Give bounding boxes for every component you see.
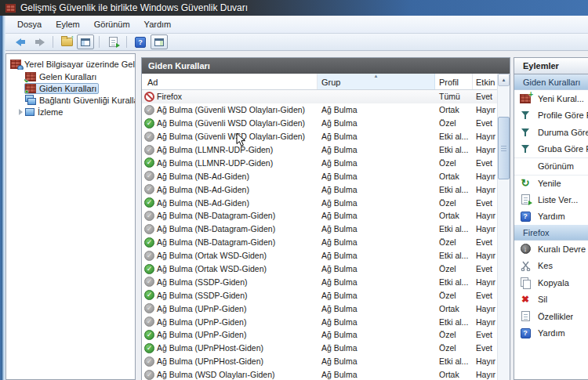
disabled-rule-icon: ✓ <box>144 184 154 194</box>
action-item[interactable]: Liste Ver... <box>514 191 588 208</box>
show-console-tree-button[interactable] <box>77 34 94 49</box>
action-item[interactable]: ✖ Sil <box>514 291 588 309</box>
export-list-button[interactable] <box>104 34 122 49</box>
enabled-rule-icon: ✓ <box>144 197 154 208</box>
filter-icon <box>521 144 529 154</box>
rule-row[interactable]: ✓Ağ Bulma (WSD Olayları-Giden) Ağ Bulma … <box>142 368 497 380</box>
rule-row[interactable]: ✓Ağ Bulma (NB-Ad-Giden) Ağ Bulma Özel Ev… <box>142 196 497 209</box>
rule-row[interactable]: ✓Ağ Bulma (Güvenli WSD Olayları-Giden) A… <box>142 103 497 117</box>
rule-row[interactable]: ✓Ağ Bulma (LLMNR-UDP-Giden) Ağ Bulma Etk… <box>142 143 497 157</box>
forward-button[interactable] <box>31 34 48 49</box>
rule-enabled: Hayır <box>473 277 497 287</box>
rule-row[interactable]: ✓Ağ Bulma (LLMNR-UDP-Giden) Ağ Bulma Öze… <box>142 156 497 169</box>
action-item[interactable]: Kes <box>514 258 588 275</box>
rule-row[interactable]: ✓Ağ Bulma (UPnP-Giden) Ağ Bulma Özel Eve… <box>142 328 497 342</box>
rule-row[interactable]: ✓Ağ Bulma (NB-Ad-Giden) Ağ Bulma Etki al… <box>142 183 497 196</box>
menu-item-0[interactable]: Dosya <box>10 17 49 31</box>
tree-item-2[interactable]: Bağlantı Güvenliği Kuralları <box>6 94 135 106</box>
tree-item-1[interactable]: ↗Giden Kuralları <box>6 82 135 94</box>
rule-row[interactable]: ✓Ağ Bulma (NB-Datagram-Giden) Ağ Bulma O… <box>142 209 497 223</box>
tree-item-0[interactable]: ↘Gelen Kuralları <box>6 71 135 82</box>
action-item[interactable]: ↻ Yenile <box>514 175 588 192</box>
rule-name: Ağ Bulma (Güvenli WSD Olayları-Giden) <box>157 105 305 114</box>
rule-row[interactable]: ✓Ağ Bulma (Ortak WSD-Giden) Ağ Bulma Etk… <box>142 249 497 262</box>
column-header-profile[interactable]: Profil <box>435 74 473 89</box>
rule-group: Ağ Bulma <box>318 277 435 287</box>
rule-row[interactable]: ✓Ağ Bulma (NB-Ad-Giden) Ağ Bulma Ortak H… <box>142 169 497 183</box>
rule-row[interactable]: ✓Ağ Bulma (UPnP-Giden) Ağ Bulma Ortak Ha… <box>142 302 497 315</box>
up-folder-button[interactable]: ↑ <box>58 34 75 49</box>
show-action-pane-button[interactable] <box>151 34 168 49</box>
rule-row[interactable]: ✓Ağ Bulma (Güvenli WSD Olayları-Giden) A… <box>142 117 497 130</box>
toolbar: ↑? <box>5 34 588 51</box>
action-item[interactable]: Gruba Göre Filt <box>514 141 588 158</box>
action-item-label: Gruba Göre Filt <box>538 144 588 154</box>
action-item[interactable]: Duruma Göre F <box>514 124 588 141</box>
rule-group: Ağ Bulma <box>318 237 435 247</box>
rule-group: Ağ Bulma <box>318 145 435 154</box>
rule-row[interactable]: ✓Ağ Bulma (NB-Datagram-Giden) Ağ Bulma E… <box>142 223 497 236</box>
rule-enabled: Hayır <box>473 211 497 220</box>
column-header-enabled[interactable]: Etkin <box>473 74 499 89</box>
console-tree-pane: Yerel Bilgisayar üzerinde Gelişm ↘Gelen … <box>5 53 136 380</box>
up-folder-icon: ↑ <box>61 38 73 46</box>
action-item-label: Sil <box>538 295 547 304</box>
rule-row[interactable]: ✓Ağ Bulma (SSDP-Giden) Ağ Bulma Etki al.… <box>142 275 497 288</box>
title-bar[interactable]: Gelişmiş Güvenlik ile birlikte Windows G… <box>0 0 588 16</box>
tree-item-label: Bağlantı Güvenliği Kuralları <box>39 96 135 105</box>
rule-enabled: Hayır <box>473 224 497 233</box>
menu-item-3[interactable]: Yardım <box>137 17 179 31</box>
console-tree-toggle-icon <box>81 38 90 46</box>
inbound-rules-icon: ↘ <box>25 72 36 81</box>
rule-row[interactable]: ✓Ağ Bulma (UPnPHost-Giden) Ağ Bulma Etki… <box>142 355 497 368</box>
rule-name: Ağ Bulma (NB-Ad-Giden) <box>157 198 249 208</box>
action-item[interactable]: + Yeni Kural... <box>514 90 588 107</box>
action-item[interactable]: Profile Göre Fil <box>514 107 588 125</box>
rule-enabled: Evet <box>473 291 497 300</box>
rule-group: Ağ Bulma <box>318 224 435 233</box>
action-item[interactable]: ? Yardım <box>514 208 588 226</box>
back-button[interactable] <box>12 34 29 49</box>
rule-profile: Özel <box>435 343 473 353</box>
tree-root-item[interactable]: Yerel Bilgisayar üzerinde Gelişm <box>6 57 135 71</box>
menu-item-1[interactable]: Eylem <box>49 17 87 31</box>
enabled-rule-icon: ✓ <box>144 343 154 353</box>
rule-row[interactable]: ✓Ağ Bulma (Ortak WSD-Giden) Ağ Bulma Öze… <box>142 262 497 276</box>
rule-row[interactable]: Firefox Tümü Evet <box>142 90 497 103</box>
disabled-rule-icon: ✓ <box>144 224 154 234</box>
help-button[interactable]: ? <box>132 34 149 49</box>
rule-profile: Özel <box>435 264 473 273</box>
action-item[interactable]: Görünüm <box>514 157 588 175</box>
rule-row[interactable]: ✓Ağ Bulma (Güvenli WSD Olayları-Giden) A… <box>142 130 497 143</box>
copy-icon <box>521 277 530 288</box>
blocked-rule-icon <box>144 92 154 102</box>
action-item[interactable]: ? Yardım <box>514 325 588 342</box>
actions-section-header-1[interactable]: Firefox <box>514 225 588 241</box>
action-item[interactable]: Özellikler <box>514 308 588 325</box>
actions-section-header-0[interactable]: Giden Kuralları <box>514 74 588 90</box>
menu-item-2[interactable]: Görünüm <box>87 17 137 31</box>
rule-name: Ağ Bulma (UPnP-Giden) <box>157 330 246 339</box>
action-item-label: Kopyala <box>538 278 569 288</box>
action-item[interactable]: Kopyala <box>514 274 588 291</box>
rule-enabled: Evet <box>473 237 497 247</box>
rule-row[interactable]: ✓Ağ Bulma (NB-Datagram-Giden) Ağ Bulma Ö… <box>142 236 497 249</box>
tree-item-label: İzleme <box>38 107 63 117</box>
rule-group: Ağ Bulma <box>318 251 435 260</box>
rule-name: Ağ Bulma (UPnP-Giden) <box>157 304 246 313</box>
rule-row[interactable]: ✓Ağ Bulma (UPnPHost-Giden) Ağ Bulma Özel… <box>142 342 497 355</box>
tree-item-3[interactable]: İzleme <box>6 106 135 118</box>
action-item[interactable]: ↓ Kuralı Devre Dı <box>514 241 588 258</box>
vertical-scrollbar[interactable]: ▲ <box>497 74 510 380</box>
rule-profile: Özel <box>435 118 473 128</box>
rule-row[interactable]: ✓Ağ Bulma (UPnP-Giden) Ağ Bulma Etki al.… <box>142 315 497 328</box>
back-icon <box>16 38 26 46</box>
column-header-name[interactable]: Ad <box>142 74 318 89</box>
column-header-group[interactable]: ▲Grup <box>318 74 435 89</box>
scroll-up-button[interactable]: ▲ <box>498 74 510 86</box>
scrollbar-thumb[interactable] <box>498 117 510 179</box>
rule-row[interactable]: ✓Ağ Bulma (SSDP-Giden) Ağ Bulma Özel Eve… <box>142 288 497 302</box>
expander-icon[interactable] <box>17 109 24 115</box>
enabled-rule-icon: ✓ <box>144 290 154 300</box>
filter-icon <box>521 110 529 120</box>
